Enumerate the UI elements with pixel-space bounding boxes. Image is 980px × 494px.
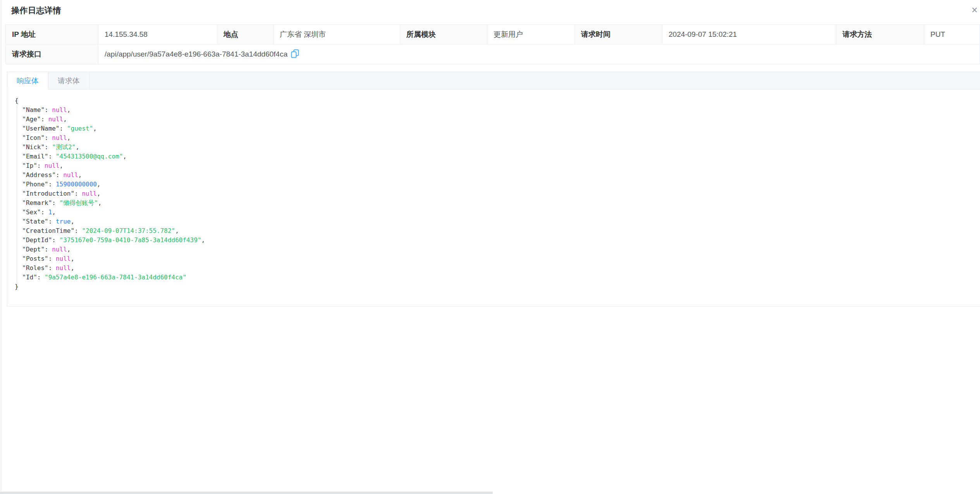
code-token-pl: ,	[76, 143, 79, 151]
code-line: "DeptId": "375167e0-759a-0410-7a85-3a14d…	[15, 236, 980, 245]
request-api-url: /api/app/user/9a57a4e8-e196-663a-7841-3a…	[105, 50, 287, 59]
code-line: "Icon": null,	[15, 133, 980, 143]
code-line: "Introduction": null,	[15, 189, 980, 198]
code-token-pl: ,	[98, 199, 102, 207]
code-token-str: "懒得创账号"	[60, 199, 98, 207]
code-token-nul: null	[56, 255, 71, 262]
code-token-nul: null	[48, 115, 64, 123]
code-line: {	[15, 96, 980, 105]
code-line: "Nick": "测试2",	[15, 143, 980, 152]
page-title: 操作日志详情	[11, 5, 61, 16]
code-token-pl: ,	[175, 227, 179, 234]
log-descriptions-table: IP 地址 14.155.34.58 地点 广东省 深圳市 所属模块 更新用户 …	[5, 24, 980, 64]
code-token-pl: "Age":	[15, 115, 48, 123]
label-module: 所属模块	[400, 25, 487, 45]
code-token-pl: "Email":	[15, 153, 56, 160]
code-line: "Posts": null,	[15, 254, 980, 263]
code-token-num: 1	[48, 208, 52, 216]
code-token-nul: null	[52, 246, 67, 253]
code-line: "Roles": null,	[15, 263, 980, 273]
code-token-pl: ,	[67, 246, 71, 253]
table-row: IP 地址 14.155.34.58 地点 广东省 深圳市 所属模块 更新用户 …	[6, 25, 980, 45]
code-token-nul: null	[45, 162, 60, 169]
value-ip: 14.155.34.58	[98, 25, 217, 45]
code-token-pl: "Icon":	[15, 134, 52, 141]
code-token-str: "9a57a4e8-e196-663a-7841-3a14dd60f4ca"	[45, 274, 186, 281]
code-token-str: "454313500@qq.com"	[56, 153, 123, 160]
table-row: 请求接口 /api/app/user/9a57a4e8-e196-663a-78…	[6, 45, 980, 64]
body-tabs-card: 响应体 请求体 { "Name": null, "Age": null, "Us…	[7, 72, 980, 306]
code-token-nul: null	[56, 264, 71, 272]
code-token-pl: "Remark":	[15, 199, 60, 207]
code-token-pl: ,	[123, 153, 127, 160]
code-token-str: "guest"	[67, 125, 93, 132]
code-token-pl: }	[15, 283, 19, 290]
code-token-pl: "Ip":	[15, 162, 45, 169]
code-token-pl: {	[15, 97, 19, 104]
code-line: "Sex": 1,	[15, 208, 980, 217]
tab-content-response-body: { "Name": null, "Age": null, "UserName":…	[7, 90, 980, 306]
code-token-pl: "Introduction":	[15, 190, 82, 197]
copy-icon[interactable]	[291, 49, 299, 60]
code-token-bool: true	[56, 218, 71, 225]
code-token-pl: "UserName":	[15, 125, 67, 132]
code-token-pl: ,	[71, 255, 75, 262]
code-line: "Remark": "懒得创账号",	[15, 198, 980, 208]
indent-guide-line	[17, 106, 17, 282]
code-line: "Dept": null,	[15, 245, 980, 254]
code-line: "Ip": null,	[15, 161, 980, 170]
code-token-pl: "Phone":	[15, 181, 56, 188]
code-token-pl: "Address":	[15, 171, 63, 179]
code-token-pl: ,	[67, 134, 71, 141]
code-line: "Email": "454313500@qq.com",	[15, 152, 980, 161]
tab-response-body[interactable]: 响应体	[7, 72, 48, 90]
code-token-pl: ,	[63, 115, 67, 123]
code-token-str: "375167e0-759a-0410-7a85-3a14dd60f439"	[60, 236, 201, 244]
code-line: "Name": null,	[15, 105, 980, 115]
code-token-pl: "CreationTime":	[15, 227, 82, 234]
value-location: 广东省 深圳市	[273, 25, 400, 45]
code-token-pl: "Sex":	[15, 208, 48, 216]
code-token-pl: ,	[201, 236, 205, 244]
code-line: }	[15, 282, 980, 291]
code-token-pl: "Name":	[15, 106, 52, 114]
code-line: "UserName": "guest",	[15, 124, 980, 133]
code-line: "Address": null,	[15, 170, 980, 180]
value-module: 更新用户	[487, 25, 575, 45]
json-code-block: { "Name": null, "Age": null, "UserName":…	[7, 90, 980, 291]
code-token-num: 15900000000	[56, 181, 97, 188]
code-token-pl: "Roles":	[15, 264, 56, 272]
code-token-pl: "Posts":	[15, 255, 56, 262]
code-token-pl: "State":	[15, 218, 56, 225]
code-token-pl: ,	[67, 106, 71, 114]
code-line: "CreationTime": "2024-09-07T14:37:55.782…	[15, 226, 980, 236]
operation-log-detail-drawer: 操作日志详情 × IP 地址 14.155.34.58 地点 广东省 深圳市 所…	[0, 0, 980, 494]
label-ip: IP 地址	[6, 25, 98, 45]
tab-request-body[interactable]: 请求体	[48, 72, 89, 90]
close-icon[interactable]: ×	[968, 4, 980, 16]
code-token-pl: ,	[71, 264, 75, 272]
code-token-pl: ,	[93, 125, 97, 132]
drawer-left-edge	[1, 0, 1, 494]
value-request-time: 2024-09-07 15:02:21	[662, 25, 836, 45]
code-token-pl: "Id":	[15, 274, 45, 281]
value-request-api: /api/app/user/9a57a4e8-e196-663a-7841-3a…	[98, 45, 980, 64]
code-line: "State": true,	[15, 217, 980, 226]
code-line: "Age": null,	[15, 115, 980, 124]
code-token-pl: ,	[97, 181, 101, 188]
code-token-pl: "Dept":	[15, 246, 52, 253]
value-request-method: PUT	[924, 25, 980, 45]
code-token-pl: "Nick":	[15, 143, 52, 151]
code-token-str: "测试2"	[52, 143, 76, 151]
label-request-method: 请求方法	[836, 25, 924, 45]
label-request-api: 请求接口	[6, 45, 98, 64]
code-token-pl: ,	[71, 218, 75, 225]
code-token-pl: ,	[78, 171, 82, 179]
code-token-pl: ,	[52, 208, 56, 216]
code-line: "Phone": 15900000000,	[15, 180, 980, 189]
code-token-pl: ,	[60, 162, 64, 169]
code-token-nul: null	[52, 106, 67, 114]
code-token-nul: null	[82, 190, 97, 197]
code-line: "Id": "9a57a4e8-e196-663a-7841-3a14dd60f…	[15, 273, 980, 282]
code-token-nul: null	[63, 171, 78, 179]
